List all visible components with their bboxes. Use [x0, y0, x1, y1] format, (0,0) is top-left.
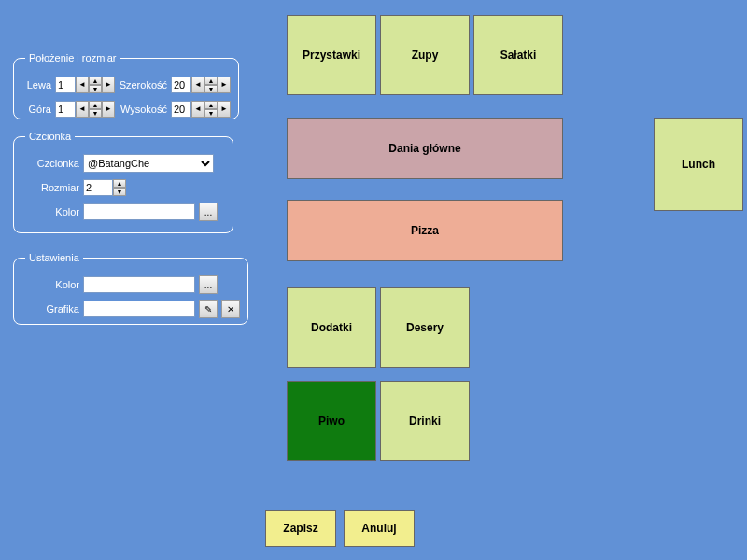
tile-zupy[interactable]: Zupy	[380, 15, 470, 95]
height-label: Wysokość	[115, 104, 171, 115]
left-label: Lewa	[21, 79, 55, 91]
tile-desery[interactable]: Desery	[380, 287, 470, 368]
panel-position-legend: Położenie i rozmiar	[25, 52, 120, 63]
left-up-icon[interactable]: ▲	[89, 77, 102, 85]
width-input[interactable]	[171, 77, 191, 93]
pencil-icon: ✎	[204, 304, 212, 315]
save-button[interactable]: Zapisz	[265, 510, 336, 547]
left-next-icon[interactable]: ►	[102, 77, 115, 93]
font-label: Czcionka	[21, 158, 83, 169]
graphic-label: Grafika	[21, 303, 83, 315]
size-up-icon[interactable]: ▲	[113, 179, 126, 188]
tile-label: Desery	[406, 321, 444, 334]
width-down-icon[interactable]: ▼	[204, 85, 218, 93]
size-input[interactable]	[83, 179, 113, 196]
tile-label: Sałatki	[500, 49, 537, 62]
settings-color-browse-button[interactable]: ...	[199, 275, 218, 294]
left-down-icon[interactable]: ▼	[89, 85, 102, 93]
left-prev-icon[interactable]: ◄	[76, 77, 89, 93]
top-spinner[interactable]: ◄ ▲▼ ►	[76, 101, 115, 118]
top-down-icon[interactable]: ▼	[89, 109, 102, 118]
font-color-label: Kolor	[21, 206, 83, 217]
size-down-icon[interactable]: ▼	[113, 188, 126, 196]
size-label: Rozmiar	[21, 182, 83, 193]
top-prev-icon[interactable]: ◄	[76, 101, 89, 118]
top-next-icon[interactable]: ►	[102, 101, 115, 118]
panel-font-legend: Czcionka	[25, 131, 75, 142]
height-next-icon[interactable]: ►	[218, 101, 231, 118]
height-spinner[interactable]: ◄ ▲▼ ►	[191, 101, 231, 118]
tile-label: Piwo	[318, 414, 345, 427]
tile-label: Pizza	[411, 224, 439, 237]
tile-drinki[interactable]: Drinki	[380, 381, 470, 461]
tile-piwo[interactable]: Piwo	[287, 381, 376, 461]
width-up-icon[interactable]: ▲	[204, 77, 218, 85]
top-up-icon[interactable]: ▲	[89, 101, 102, 109]
width-next-icon[interactable]: ►	[218, 77, 231, 93]
left-spinner[interactable]: ◄ ▲▼ ►	[76, 77, 115, 93]
width-label: Szerokość	[115, 79, 171, 91]
tile-label: Drinki	[409, 414, 441, 427]
graphic-clear-button[interactable]: ✕	[221, 300, 240, 318]
panel-settings-legend: Ustawienia	[25, 252, 83, 263]
tile-salatki[interactable]: Sałatki	[473, 15, 563, 95]
close-icon: ✕	[227, 304, 234, 315]
settings-color-label: Kolor	[21, 279, 83, 290]
top-input[interactable]	[55, 101, 76, 118]
width-prev-icon[interactable]: ◄	[191, 77, 204, 93]
tile-lunch[interactable]: Lunch	[654, 118, 743, 211]
graphic-edit-button[interactable]: ✎	[199, 300, 218, 318]
graphic-input[interactable]	[83, 301, 195, 317]
panel-font: Czcionka Czcionka @BatangChe Rozmiar ▲▼ …	[13, 131, 233, 233]
settings-color-input[interactable]	[83, 276, 195, 293]
width-spinner[interactable]: ◄ ▲▼ ►	[191, 77, 231, 93]
tile-label: Przystawki	[303, 49, 360, 62]
size-spinner[interactable]: ▲▼	[113, 179, 126, 196]
tile-label: Dodatki	[311, 321, 352, 334]
cancel-button[interactable]: Anuluj	[344, 510, 415, 547]
top-label: Góra	[21, 104, 55, 115]
tile-label: Lunch	[682, 158, 715, 171]
height-down-icon[interactable]: ▼	[204, 109, 218, 118]
height-prev-icon[interactable]: ◄	[191, 101, 204, 118]
left-input[interactable]	[55, 77, 76, 93]
font-select[interactable]: @BatangChe	[83, 154, 214, 173]
save-button-label: Zapisz	[283, 522, 317, 535]
height-input[interactable]	[171, 101, 191, 118]
font-color-input[interactable]	[83, 203, 195, 220]
tile-dania-glowne[interactable]: Dania główne	[287, 118, 563, 179]
font-color-browse-button[interactable]: ...	[199, 203, 218, 221]
height-up-icon[interactable]: ▲	[204, 101, 218, 109]
cancel-button-label: Anuluj	[361, 522, 396, 535]
tile-pizza[interactable]: Pizza	[287, 200, 563, 261]
tile-label: Zupy	[412, 49, 439, 62]
tile-label: Dania główne	[388, 142, 460, 155]
tile-dodatki[interactable]: Dodatki	[287, 287, 376, 368]
panel-settings: Ustawienia Kolor ... Grafika ✎ ✕	[13, 252, 248, 325]
tile-przystawki[interactable]: Przystawki	[287, 15, 376, 95]
panel-position: Położenie i rozmiar Lewa ◄ ▲▼ ► Szerokoś…	[13, 52, 239, 119]
